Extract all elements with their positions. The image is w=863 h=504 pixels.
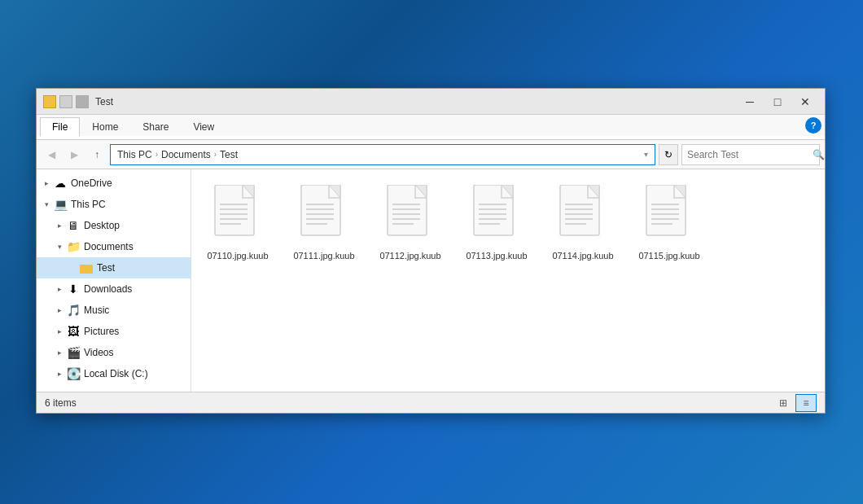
file-item-file3[interactable]: 07112.jpg.kuub <box>374 179 447 267</box>
status-bar: 6 items ⊞ ≡ <box>37 392 825 413</box>
search-icon[interactable]: 🔍 <box>813 147 825 162</box>
list-view-button[interactable]: ≡ <box>795 394 817 412</box>
icon-test <box>79 261 94 275</box>
expand-btn-pictures[interactable]: ▸ <box>53 325 66 338</box>
path-sep-1: › <box>156 150 158 159</box>
ribbon-content-area <box>37 136 825 139</box>
expand-btn-desktop[interactable]: ▸ <box>53 219 66 232</box>
files-grid: 07110.jpg.kuub 07111.jpg.kuub 07112.jpg.… <box>201 179 815 267</box>
icon-music: 🎵 <box>66 303 81 318</box>
label-onedrive: OneDrive <box>71 177 112 189</box>
path-documents[interactable]: Documents <box>161 149 211 160</box>
address-bar: ◀ ▶ ↑ This PC › Documents › Test ▾ ↻ 🔍 <box>37 140 825 169</box>
file-item-file2[interactable]: 07111.jpg.kuub <box>287 179 361 267</box>
grid-view-button[interactable]: ⊞ <box>773 394 794 412</box>
path-dropdown-icon[interactable]: ▾ <box>644 150 648 159</box>
icon-onedrive: ☁ <box>53 176 68 191</box>
expand-btn-test <box>66 261 79 274</box>
forward-button[interactable]: ▶ <box>64 145 84 164</box>
view-buttons: ⊞ ≡ <box>773 394 817 412</box>
path-sep-2: › <box>214 150 217 159</box>
label-videos: Videos <box>84 347 113 358</box>
sidebar: ▸☁OneDrive▾💻This PC▸🖥Desktop▾📁Documents … <box>37 169 191 392</box>
window-controls: ─ □ ✕ <box>737 91 818 112</box>
label-local-disk: Local Disk (C:) <box>84 368 148 379</box>
search-input[interactable] <box>687 149 809 160</box>
ribbon-help: ? <box>805 117 825 134</box>
path-test[interactable]: Test <box>220 149 238 160</box>
icon-pictures: 🖼 <box>66 324 81 339</box>
expand-btn-videos[interactable]: ▸ <box>53 346 66 359</box>
ribbon: FileHomeShareView ? <box>37 115 825 140</box>
svg-rect-2 <box>80 265 85 267</box>
expand-btn-documents[interactable]: ▾ <box>53 240 66 253</box>
svg-rect-1 <box>80 266 93 274</box>
expand-btn-downloads[interactable]: ▸ <box>53 283 66 296</box>
expand-btn-onedrive[interactable]: ▸ <box>40 177 53 190</box>
file-name-file5: 07114.jpg.kuub <box>552 250 613 261</box>
svg-rect-31 <box>560 185 599 235</box>
address-path[interactable]: This PC › Documents › Test ▾ <box>110 144 655 165</box>
label-music: Music <box>84 305 109 316</box>
maximize-button[interactable]: □ <box>764 91 791 112</box>
file-icon-file5 <box>557 185 609 247</box>
file-area: 07110.jpg.kuub 07111.jpg.kuub 07112.jpg.… <box>191 169 825 392</box>
icon-this-pc: 💻 <box>53 197 68 212</box>
ribbon-tabs: FileHomeShareView <box>37 115 230 136</box>
back-button[interactable]: ◀ <box>42 145 61 164</box>
tab-view[interactable]: View <box>181 117 226 136</box>
file-icon-file6 <box>643 185 695 247</box>
sidebar-item-test[interactable]: Test <box>37 257 191 278</box>
tab-file[interactable]: File <box>40 117 80 137</box>
file-icon-file2 <box>298 185 350 247</box>
title-icon-folder <box>43 95 56 108</box>
icon-desktop: 🖥 <box>66 218 81 233</box>
sidebar-item-pictures[interactable]: ▸🖼Pictures <box>37 321 191 342</box>
sidebar-item-onedrive[interactable]: ▸☁OneDrive <box>37 173 191 194</box>
label-this-pc: This PC <box>71 199 106 210</box>
file-name-file1: 07110.jpg.kuub <box>207 250 268 261</box>
file-item-file1[interactable]: 07110.jpg.kuub <box>201 179 274 267</box>
tab-share[interactable]: Share <box>130 117 181 136</box>
title-icon-secondary <box>59 95 72 108</box>
sidebar-item-documents[interactable]: ▾📁Documents <box>37 236 191 257</box>
refresh-button[interactable]: ↻ <box>659 144 678 165</box>
sidebar-item-desktop[interactable]: ▸🖥Desktop <box>37 215 191 236</box>
file-explorer-window: Test ─ □ ✕ FileHomeShareView ? ◀ ▶ ↑ Thi… <box>36 88 826 414</box>
help-button[interactable]: ? <box>805 117 821 134</box>
file-item-file6[interactable]: 07115.jpg.kuub <box>633 179 706 267</box>
file-icon-file1 <box>212 185 264 247</box>
expand-btn-music[interactable]: ▸ <box>53 304 66 317</box>
file-item-file5[interactable]: 07114.jpg.kuub <box>546 179 620 267</box>
icon-local-disk: 💽 <box>66 366 81 381</box>
up-button[interactable]: ↑ <box>87 145 107 164</box>
file-item-file4[interactable]: 07113.jpg.kuub <box>460 179 533 267</box>
file-name-file4: 07113.jpg.kuub <box>466 250 527 261</box>
svg-rect-17 <box>388 185 427 235</box>
sidebar-item-this-pc[interactable]: ▾💻This PC <box>37 194 191 215</box>
expand-btn-local-disk[interactable]: ▸ <box>53 367 66 380</box>
file-name-file6: 07115.jpg.kuub <box>638 250 699 261</box>
search-box[interactable]: 🔍 <box>681 144 820 165</box>
icon-documents: 📁 <box>66 239 81 254</box>
icon-videos: 🎬 <box>66 345 81 360</box>
svg-rect-3 <box>215 185 254 235</box>
path-this-pc[interactable]: This PC <box>117 149 152 160</box>
label-desktop: Desktop <box>84 220 120 231</box>
sidebar-item-videos[interactable]: ▸🎬Videos <box>37 342 191 363</box>
minimize-button[interactable]: ─ <box>737 91 763 112</box>
file-icon-file3 <box>384 185 436 247</box>
sidebar-item-local-disk[interactable]: ▸💽Local Disk (C:) <box>37 363 191 384</box>
close-button[interactable]: ✕ <box>792 91 818 112</box>
sidebar-item-downloads[interactable]: ▸⬇Downloads <box>37 278 191 300</box>
title-bar: Test ─ □ ✕ <box>37 89 825 115</box>
expand-btn-this-pc[interactable]: ▾ <box>40 198 53 211</box>
sidebar-item-music[interactable]: ▸🎵Music <box>37 300 191 321</box>
window-title: Test <box>95 96 737 107</box>
label-test: Test <box>97 262 115 274</box>
title-icon-tertiary <box>76 95 89 108</box>
tab-home[interactable]: Home <box>80 117 130 136</box>
label-pictures: Pictures <box>84 326 119 337</box>
item-count: 6 items <box>45 397 77 409</box>
icon-downloads: ⬇ <box>66 282 81 296</box>
